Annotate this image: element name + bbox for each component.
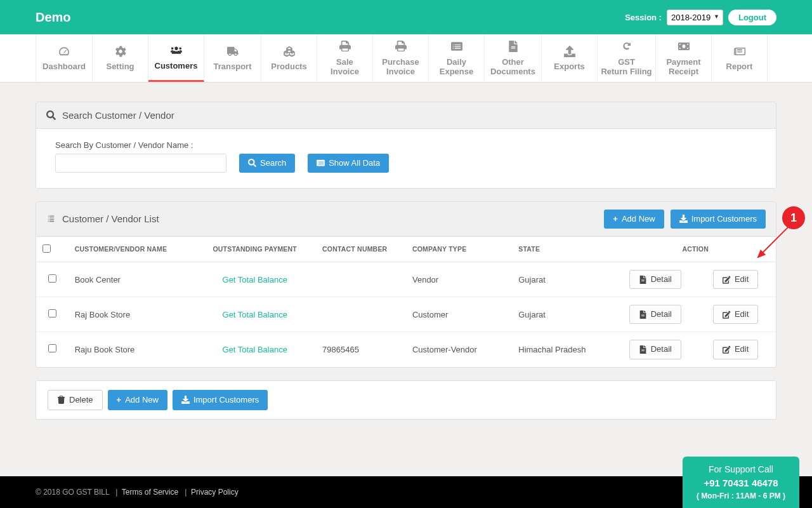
nav-label: Products — [271, 62, 306, 72]
nav-label: Dashboard — [43, 62, 86, 72]
nav-report[interactable]: Report — [712, 34, 768, 82]
file-icon — [639, 345, 647, 354]
nav-daily-expense[interactable]: DailyExpense — [429, 34, 485, 82]
trash-icon — [57, 396, 65, 404]
file-icon — [508, 41, 519, 56]
edit-icon — [723, 276, 731, 284]
list-panel-title: Customer / Vendor List — [62, 213, 159, 224]
cell-name: Book Center — [69, 262, 194, 297]
detail-button[interactable]: Detail — [629, 270, 681, 289]
search-input[interactable] — [55, 154, 226, 173]
cell-contact — [316, 297, 406, 332]
nav-label: Customers — [155, 61, 198, 71]
bottom-action-panel: Delete + Add New Import Customers — [36, 380, 776, 420]
col-action: ACTION — [615, 237, 776, 262]
nav-label: Report — [726, 62, 753, 72]
nav-products[interactable]: Products — [261, 34, 317, 82]
nav-setting[interactable]: Setting — [93, 34, 148, 82]
search-panel-heading: Search Customer / Vendor — [36, 102, 776, 129]
row-checkbox[interactable] — [48, 309, 56, 318]
nav-label: DailyExpense — [440, 57, 473, 77]
edit-button[interactable]: Edit — [713, 305, 758, 324]
nav-gst-return[interactable]: GSTReturn Filing — [598, 34, 656, 82]
cell-state: Gujarat — [512, 297, 615, 332]
customer-table: CUSTOMER/VENDOR NAME OUTSTANDING PAYMENT… — [36, 237, 776, 367]
download-icon — [679, 215, 688, 223]
cell-contact — [316, 262, 406, 297]
import-customers-button-bottom[interactable]: Import Customers — [173, 390, 268, 410]
add-new-button-top[interactable]: + Add New — [604, 210, 664, 229]
edit-icon — [723, 345, 731, 354]
nav-customers[interactable]: Customers — [148, 34, 204, 82]
money-icon — [678, 41, 690, 56]
detail-button[interactable]: Detail — [629, 340, 681, 359]
refresh-icon — [621, 41, 632, 56]
nav-payment-receipt[interactable]: PaymentReceipt — [656, 34, 712, 82]
session-label: Session : — [625, 13, 662, 22]
users-icon — [171, 44, 182, 60]
file-icon — [639, 311, 647, 319]
search-panel-title: Search Customer / Vendor — [62, 110, 174, 121]
nav-dashboard[interactable]: Dashboard — [36, 34, 93, 82]
topbar-right: Session : 2018-2019 Logout — [625, 10, 776, 25]
nav-exports[interactable]: Exports — [542, 34, 598, 82]
import-customers-button-top[interactable]: Import Customers — [671, 210, 766, 229]
cell-type: Customer-Vendor — [406, 332, 512, 367]
nav-label: PaymentReceipt — [666, 57, 700, 77]
nav-sale-invoice[interactable]: SaleInvoice — [317, 34, 373, 82]
col-name: CUSTOMER/VENDOR NAME — [69, 237, 194, 262]
upload-icon — [564, 46, 575, 61]
brand-title: Demo — [36, 10, 71, 25]
logout-button[interactable]: Logout — [728, 10, 776, 25]
support-call-box: For Support Call +91 70431 46478 ( Mon-F… — [683, 457, 799, 509]
nav-label: Exports — [554, 62, 584, 72]
get-balance-link[interactable]: Get Total Balance — [223, 275, 287, 284]
row-checkbox[interactable] — [48, 274, 56, 283]
search-panel: Search Customer / Vendor Search By Custo… — [36, 102, 776, 189]
add-new-button-bottom[interactable]: + Add New — [108, 390, 167, 410]
delete-button[interactable]: Delete — [48, 390, 103, 410]
cell-contact: 79865465 — [316, 332, 406, 367]
list-icon — [317, 159, 325, 167]
list-icon — [451, 41, 462, 56]
support-line1: For Support Call — [697, 463, 785, 476]
topbar: Demo Session : 2018-2019 Logout — [0, 0, 812, 34]
nav-transport[interactable]: Transport — [204, 34, 261, 82]
session-select[interactable]: 2018-2019 — [667, 10, 723, 25]
truck-icon — [227, 46, 239, 61]
list-panel: Customer / Vendor List + Add New Import … — [36, 201, 776, 368]
search-icon — [46, 110, 56, 120]
footer-tos-link[interactable]: Terms of Service — [122, 488, 178, 497]
content-area: Search Customer / Vendor Search By Custo… — [0, 83, 812, 420]
table-row: Book CenterGet Total BalanceVendorGujara… — [36, 262, 776, 297]
dashboard-icon — [58, 46, 70, 61]
nav-label: Transport — [214, 62, 252, 72]
cell-state: Gujarat — [512, 262, 615, 297]
nav-other-documents[interactable]: OtherDocuments — [485, 34, 542, 82]
show-all-button[interactable]: Show All Data — [308, 154, 389, 173]
print-icon — [395, 41, 407, 56]
annotation-badge-1: 1 — [782, 206, 805, 229]
file-icon — [639, 276, 647, 284]
newspaper-icon — [734, 46, 745, 61]
nav-purchase-invoice[interactable]: PurchaseInvoice — [373, 34, 429, 82]
col-outstanding: OUTSTANDING PAYMENT — [193, 237, 316, 262]
list-icon — [46, 214, 56, 224]
edit-button[interactable]: Edit — [713, 340, 758, 359]
support-hours: ( Mon-Fri : 11AM - 6 PM ) — [697, 490, 785, 502]
cell-state: Himachal Pradesh — [512, 332, 615, 367]
get-balance-link[interactable]: Get Total Balance — [223, 345, 287, 354]
search-icon — [248, 159, 256, 167]
table-row: Raju Book StoreGet Total Balance79865465… — [36, 332, 776, 367]
search-button[interactable]: Search — [239, 154, 295, 173]
nav-label: GSTReturn Filing — [601, 57, 652, 77]
detail-button[interactable]: Detail — [629, 305, 681, 324]
col-type: COMPANY TYPE — [406, 237, 512, 262]
footer-privacy-link[interactable]: Privacy Policy — [191, 488, 239, 497]
table-row: Raj Book StoreGet Total BalanceCustomerG… — [36, 297, 776, 332]
select-all-checkbox[interactable] — [43, 244, 51, 253]
edit-button[interactable]: Edit — [713, 270, 758, 289]
row-checkbox[interactable] — [48, 344, 56, 352]
get-balance-link[interactable]: Get Total Balance — [223, 310, 287, 319]
nav-label: Setting — [106, 62, 134, 72]
